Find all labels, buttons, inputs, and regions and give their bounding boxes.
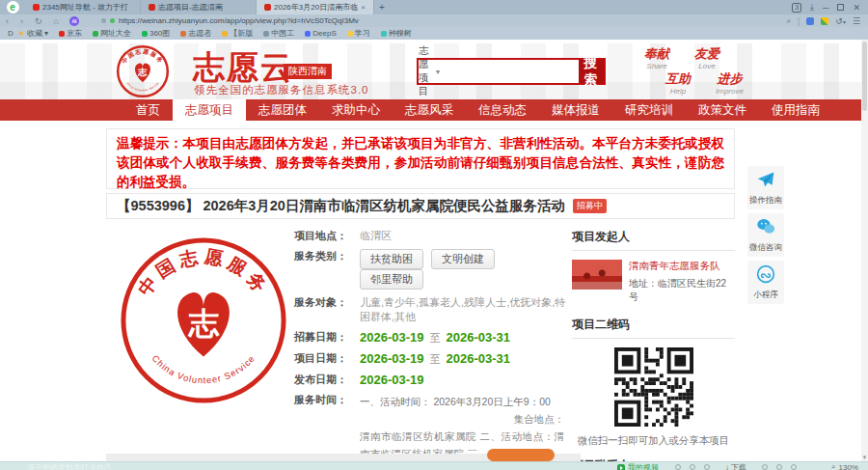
search-category-select[interactable]: 志愿项目▼ [419,60,442,83]
service-time-line: 集合地点： [360,410,564,428]
flag-icon[interactable] [762,464,768,470]
webpage: 中国志愿服务 志 China Volunteer Service 志愿云 陕西渭… [0,40,868,461]
main-navigation: 首页志愿项目志愿团体求助中心志愿风采信息动态媒体报道研究培训政策文件使用指南 [0,99,868,121]
bookmark-item[interactable]: 中国工 [263,28,294,39]
bookmark-label: 志愿者 [188,28,211,39]
bookmark-item[interactable]: 学习 [347,28,370,39]
nav-item-使用指南[interactable]: 使用指南 [759,99,832,121]
search-button[interactable]: 搜 索 [579,60,604,83]
home-button[interactable]: ⌂ [48,16,65,26]
float-tool-小程序[interactable]: 小程序 [747,261,784,304]
bookmarks-lead[interactable]: D [8,29,14,38]
detail-value: 扶贫助困文明创建邻里帮助 [360,249,566,290]
bookmark-label: 收藏 [27,28,42,39]
url-field[interactable]: https://weinan.zhiyuanyun.com/app/opp/vi… [101,16,787,25]
category-tag-button[interactable]: 扶贫助困 [360,249,423,269]
category-tag-button[interactable]: 文明创建 [431,249,495,269]
scrollbar-thumb[interactable] [862,41,867,111]
browser-tab[interactable]: 志愿项目-志愿渭南 [141,0,257,14]
zoom-control[interactable]: ⌕ 130% [831,462,858,470]
float-tool-微信咨询[interactable]: 微信咨询 [747,213,784,257]
float-tool-操作指南[interactable]: 操作指南 [747,166,784,209]
nav-item-志愿风采[interactable]: 志愿风采 [393,99,466,121]
date-to: 2026-03-31 [447,330,511,345]
bookmark-item[interactable]: ★收藏▾ [18,28,48,39]
extension-icon[interactable] [806,17,814,25]
tray-icon[interactable]: ⤓ [810,2,814,13]
tab-favicon-icon [33,4,40,11]
window-controls: 3 ⤓ ─ ✕ [792,0,868,14]
china-volunteer-service-logo: 中国志愿服务 志 China Volunteer Service [118,235,289,406]
bookmark-item[interactable]: 360图 [142,28,170,39]
detail-row: 服务对象：儿童,青少年,孤寡老人,残障人士,优抚对象,特困群体,其他 [294,295,566,324]
bookmark-item[interactable]: 志愿者 [180,28,211,39]
download-button[interactable]: ↓ 下载 [725,462,746,470]
browser-status-bar: 孩子拒绝学数学打卡自己 我的视频 ↓ 下载 ⌕ 130% [0,461,868,470]
chevron-down-icon: ▼ [435,69,442,75]
maximize-button[interactable] [837,4,844,11]
bookmark-item[interactable]: 【新版 [222,28,253,39]
nav-item-媒体报道[interactable]: 媒体报道 [539,99,612,121]
url-text[interactable]: https://weinan.zhiyuanyun.com/app/opp/vi… [119,16,359,25]
nav-item-首页[interactable]: 首页 [123,99,173,121]
ai-assistant-button[interactable]: AI [69,16,79,26]
slogan-en: Share [644,62,669,70]
minimize-button[interactable]: ─ [823,3,828,13]
address-bar-actions: ⌕ | ↺▾ ☰ [787,16,868,26]
new-tab-button[interactable]: + [374,0,390,14]
bookmark-favicon-icon [222,31,228,37]
window-badge[interactable]: 3 [792,3,801,13]
speaker-icon[interactable] [791,464,797,470]
tab-title: 志愿项目-志愿渭南 [158,2,248,13]
close-button[interactable]: ✕ [853,3,860,13]
join-button[interactable] [487,449,555,461]
browser-tab[interactable]: 2345网址导航 - 致力于打 [25,0,141,14]
nav-item-研究培训[interactable]: 研究培训 [612,99,686,121]
status-icon-1[interactable] [675,464,681,470]
chevron-down-icon: ▾ [44,29,48,38]
date-from: 2026-03-19 [360,351,424,366]
svg-text:China Volunteer Service: China Volunteer Service [150,352,258,385]
org-name-link[interactable]: 渭南青年志愿服务队 [629,260,735,273]
svg-text:China Volunteer Service: China Volunteer Service [125,81,159,92]
browser-tab[interactable]: 2026年3月20日渭南市临× [257,0,374,14]
tab-close-icon[interactable]: × [361,3,366,12]
project-title-bar: 【9553996】 2026年3月20日渭南市临渭区纺机家属院便民公益服务活动 … [106,193,735,219]
my-video-button[interactable]: 我的视频 [617,462,659,470]
status-badge: 招募中 [573,199,607,213]
site-info-icon[interactable] [101,18,106,23]
nav-item-求助中心[interactable]: 求助中心 [319,99,393,121]
news-ticker[interactable]: 孩子拒绝学数学打卡自己 [27,462,112,470]
category-tag-button[interactable]: 邻里帮助 [360,269,423,290]
status-icon-3[interactable] [704,464,710,470]
nav-item-政策文件[interactable]: 政策文件 [686,99,759,121]
nav-item-志愿项目[interactable]: 志愿项目 [173,99,246,121]
extension2-icon[interactable] [821,17,828,25]
page-scrollbar[interactable]: ▼ [861,40,868,461]
detail-value: 临渭区 [360,229,392,243]
detail-value: 2026-03-19 [360,373,424,387]
status-icon-2[interactable] [690,464,695,470]
window-icon[interactable] [776,464,782,470]
nav-item-志愿团体[interactable]: 志愿团体 [246,99,319,121]
search-page-icon[interactable]: ⌕ [787,16,791,26]
undo-icon[interactable]: ↺▾ [835,16,846,26]
search-input[interactable] [442,60,579,83]
back-button[interactable]: ‹ [0,16,14,26]
bookmark-item[interactable]: 京东 [59,28,82,39]
tab-favicon-icon [149,4,155,11]
scroll-down-icon[interactable]: ▼ [861,455,868,460]
slogan-en: Help [665,87,691,96]
forward-button[interactable]: › [14,16,29,26]
bookmarks-bar: D ★收藏▾京东网址大全360图志愿者【新版中国工DeepS学习种棵树 [0,27,868,40]
org-photo[interactable] [572,260,622,290]
bookmark-item[interactable]: 网址大全 [93,28,131,39]
browser-logo[interactable]: e [0,0,25,14]
bookmark-item[interactable]: DeepS [305,29,336,38]
nav-item-信息动态[interactable]: 信息动态 [466,99,539,121]
bookmark-item[interactable]: 种棵树 [381,28,412,39]
bookmark-label: 网址大全 [100,28,131,39]
refresh-button[interactable]: ↻ [29,16,48,26]
detail-label: 项目地点： [294,229,360,243]
menu-icon[interactable]: ☰ [853,16,860,26]
